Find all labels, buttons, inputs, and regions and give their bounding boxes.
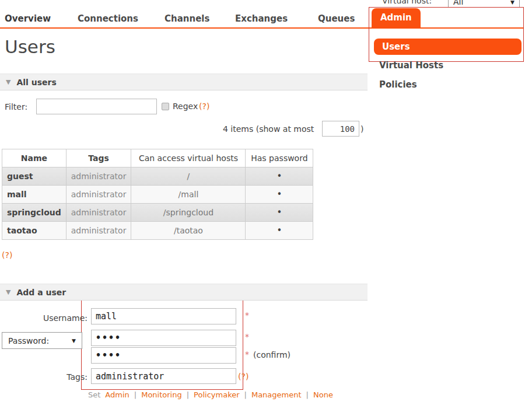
users-table-help-link[interactable]: (?) <box>2 250 12 260</box>
filter-label: Filter: <box>5 102 27 111</box>
page-title: Users <box>5 36 55 57</box>
chevron-down-icon: ▼ <box>510 0 514 6</box>
username-label: Username: <box>23 313 88 323</box>
tab-connections[interactable]: Connections <box>78 13 138 24</box>
required-asterisk: * <box>245 350 249 359</box>
virtual-host-select[interactable]: All ▼ <box>448 0 520 8</box>
tab-overview[interactable]: Overview <box>5 13 51 24</box>
sidebar-item-policies[interactable]: Policies <box>379 79 417 90</box>
section-header-add-a-user[interactable]: ▼ Add a user <box>0 284 368 301</box>
has-password-dot-icon: • <box>246 222 313 240</box>
tab-exchanges[interactable]: Exchanges <box>235 13 288 24</box>
sidebar-item-users-active[interactable]: Users <box>374 39 522 55</box>
regex-checkbox[interactable] <box>162 103 169 110</box>
password-confirm-input[interactable] <box>91 347 236 364</box>
user-tags: administrator <box>66 204 131 222</box>
user-link-springcloud[interactable]: springcloud <box>2 204 66 222</box>
user-vhosts: /taotao <box>131 222 246 240</box>
tab-queues[interactable]: Queues <box>318 13 355 24</box>
separator: | <box>306 390 309 399</box>
user-tags: administrator <box>66 222 131 240</box>
set-tags-row: Set Admin | Monitoring | Policymaker | M… <box>88 390 333 399</box>
section-header-all-users[interactable]: ▼ All users <box>0 74 368 90</box>
section-title-add-a-user: Add a user <box>16 288 66 297</box>
has-password-dot-icon: • <box>246 167 313 186</box>
show-at-most-input[interactable] <box>322 121 359 137</box>
password-type-select[interactable]: Password: ▼ <box>2 332 82 349</box>
password-input[interactable] <box>91 330 236 346</box>
has-password-dot-icon: • <box>246 204 313 222</box>
password-select-value: Password: <box>8 336 49 345</box>
user-link-taotao[interactable]: taotao <box>2 222 66 240</box>
tag-link-management[interactable]: Management <box>251 390 302 399</box>
username-input[interactable] <box>91 308 236 324</box>
user-vhosts: /springcloud <box>131 204 246 222</box>
column-header-vhosts: Can access virtual hosts <box>131 149 246 167</box>
tab-channels[interactable]: Channels <box>164 13 209 24</box>
required-asterisk: * <box>245 310 249 320</box>
tab-admin-active[interactable]: Admin <box>372 8 421 27</box>
table-header-row: Name Tags Can access virtual hosts Has p… <box>2 149 313 167</box>
tag-link-none[interactable]: None <box>313 390 333 399</box>
collapse-triangle-icon: ▼ <box>6 78 10 86</box>
column-header-tags: Tags <box>66 149 131 167</box>
user-vhosts: / <box>131 167 246 186</box>
rabbitmq-admin-users-page: Virtual host: All ▼ Overview Connections… <box>0 0 532 405</box>
users-table: Name Tags Can access virtual hosts Has p… <box>2 149 313 240</box>
table-row-guest: guest administrator / • <box>2 167 313 186</box>
separator: | <box>187 390 189 399</box>
items-count-text: 4 items (show at most <box>223 124 314 134</box>
nav-underline <box>0 27 524 29</box>
items-count-suffix: ) <box>360 124 363 134</box>
virtual-host-label: Virtual host: <box>382 0 432 5</box>
user-tags: administrator <box>66 186 131 204</box>
column-header-has-password: Has password <box>246 149 313 167</box>
has-password-dot-icon: • <box>246 186 313 204</box>
user-link-mall[interactable]: mall <box>2 186 66 204</box>
section-title-all-users: All users <box>16 78 56 87</box>
column-header-name: Name <box>2 149 66 167</box>
table-row-taotao: taotao administrator /taotao • <box>2 222 313 240</box>
regex-help-link[interactable]: (?) <box>199 102 209 111</box>
table-row-springcloud: springcloud administrator /springcloud • <box>2 204 313 222</box>
tag-link-monitoring[interactable]: Monitoring <box>141 390 182 399</box>
user-link-guest[interactable]: guest <box>2 167 66 186</box>
chevron-down-icon: ▼ <box>72 338 76 344</box>
set-label: Set <box>88 390 100 399</box>
tags-help-link[interactable]: (?) <box>238 372 249 381</box>
separator: | <box>244 390 247 399</box>
regex-label: Regex <box>173 102 198 111</box>
collapse-triangle-icon: ▼ <box>6 288 10 296</box>
user-tags: administrator <box>66 167 131 186</box>
tag-link-policymaker[interactable]: Policymaker <box>194 390 239 399</box>
sidebar-item-virtual-hosts[interactable]: Virtual Hosts <box>379 60 443 71</box>
user-vhosts: /mall <box>131 186 246 204</box>
confirm-label: (confirm) <box>253 350 290 359</box>
filter-input[interactable] <box>36 99 157 114</box>
tags-input[interactable] <box>91 368 236 384</box>
tags-label: Tags: <box>35 372 88 382</box>
separator: | <box>134 390 136 399</box>
required-asterisk: * <box>245 332 249 341</box>
virtual-host-selected-value: All <box>453 0 463 6</box>
table-row-mall: mall administrator /mall • <box>2 186 313 204</box>
tag-link-admin[interactable]: Admin <box>105 390 129 399</box>
